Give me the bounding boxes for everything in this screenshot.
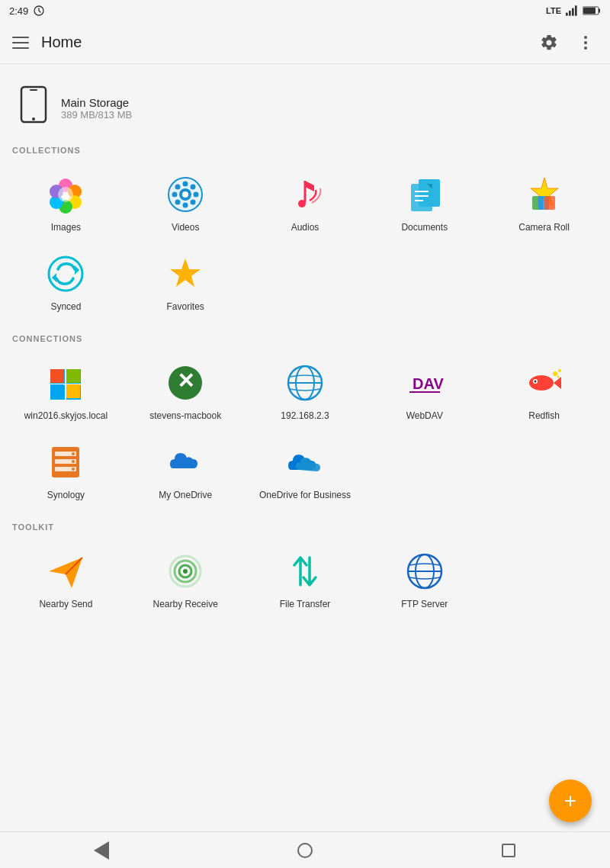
- status-right: LTE: [546, 5, 601, 16]
- svg-point-68: [558, 369, 561, 372]
- file-transfer-label: File Transfer: [280, 599, 331, 611]
- audios-icon: [284, 173, 326, 216]
- mac-icon: ✕: [164, 362, 207, 404]
- lte-label: LTE: [546, 6, 561, 15]
- gear-icon: [540, 34, 558, 52]
- onedrive-biz-label: OneDrive for Business: [259, 490, 351, 502]
- collections-item-images[interactable]: Images: [6, 164, 126, 243]
- favorites-label: Favorites: [167, 301, 204, 313]
- nearby-send-icon: [44, 550, 87, 593]
- toolkit-item-file-transfer[interactable]: File Transfer: [246, 541, 365, 620]
- ftp-server-label: FTP Server: [401, 599, 448, 611]
- svg-point-10: [584, 47, 587, 50]
- toolkit-item-nearby-receive[interactable]: Nearby Receive: [126, 541, 246, 620]
- connections-label: CONNECTIONS: [0, 328, 610, 346]
- images-label: Images: [51, 222, 81, 234]
- more-options-button[interactable]: [573, 31, 598, 55]
- svg-point-76: [72, 468, 75, 471]
- battery-icon: [583, 6, 601, 15]
- connection-item-redfish[interactable]: Redfish: [484, 352, 604, 432]
- menu-button[interactable]: [12, 37, 29, 49]
- file-transfer-icon: [284, 550, 326, 593]
- win2016-label: win2016.skyjos.local: [24, 410, 108, 423]
- svg-point-33: [298, 200, 306, 207]
- svg-point-74: [72, 452, 75, 455]
- svg-marker-46: [52, 273, 56, 282]
- storage-section[interactable]: Main Storage 389 MB/813 MB: [0, 76, 610, 140]
- phone-icon: [18, 85, 49, 124]
- toolkit-item-ftp-server[interactable]: FTP Server: [364, 541, 484, 620]
- connection-item-onedrive-biz[interactable]: OneDrive for Business: [246, 432, 365, 511]
- connection-item-win2016[interactable]: win2016.skyjos.local: [6, 352, 126, 432]
- documents-icon: [403, 173, 446, 216]
- camera-roll-icon: [523, 173, 566, 216]
- svg-point-28: [194, 192, 199, 198]
- vertical-dots-icon: [576, 34, 595, 52]
- connection-item-synology[interactable]: Synology: [6, 432, 126, 511]
- back-icon: [94, 841, 109, 860]
- svg-point-24: [182, 191, 188, 198]
- toolkit-label: TOOLKIT: [0, 516, 610, 535]
- videos-label: Videos: [172, 222, 199, 234]
- svg-rect-43: [544, 196, 555, 210]
- collections-label: COLLECTIONS: [0, 140, 610, 158]
- collections-item-synced[interactable]: Synced: [6, 243, 126, 323]
- add-icon: +: [564, 789, 576, 813]
- app-bar-actions: [537, 31, 598, 55]
- storage-name: Main Storage: [61, 96, 132, 109]
- collections-item-camera-roll[interactable]: Camera Roll: [484, 164, 604, 243]
- synced-label: Synced: [50, 301, 81, 313]
- status-bar: 2:49 LTE: [0, 0, 610, 21]
- home-button[interactable]: [290, 835, 320, 866]
- redfish-label: Redfish: [528, 410, 560, 423]
- collections-item-audios[interactable]: Audios: [246, 164, 365, 243]
- windows-icon: [44, 362, 87, 404]
- svg-point-31: [191, 185, 196, 190]
- svg-point-66: [534, 381, 536, 383]
- time-display: 2:49: [9, 5, 28, 17]
- collections-item-favorites[interactable]: Favorites: [126, 243, 246, 323]
- collections-item-documents[interactable]: Documents: [364, 164, 484, 243]
- svg-point-69: [557, 376, 559, 378]
- main-content: Main Storage 389 MB/813 MB COLLECTIONS I: [0, 64, 610, 702]
- toolkit-item-nearby-send[interactable]: Nearby Send: [6, 541, 126, 620]
- connection-item-onedrive[interactable]: My OneDrive: [126, 432, 246, 511]
- svg-rect-4: [575, 5, 577, 15]
- svg-rect-35: [411, 184, 432, 211]
- svg-marker-47: [170, 259, 201, 287]
- onedrive-label: My OneDrive: [159, 490, 212, 502]
- toolkit-grid: Nearby Send Nearby Receive: [0, 535, 610, 626]
- svg-point-20: [58, 187, 73, 202]
- connection-item-webdav[interactable]: DAV WebDAV: [364, 352, 484, 432]
- onedrive-icon: [164, 441, 207, 484]
- svg-point-25: [183, 182, 188, 187]
- svg-rect-52: [50, 369, 64, 383]
- collections-item-videos[interactable]: Videos: [126, 164, 246, 243]
- bottom-navigation: [0, 831, 610, 868]
- svg-rect-7: [583, 8, 596, 14]
- signal-icon: [566, 5, 578, 16]
- add-button[interactable]: +: [549, 780, 592, 822]
- nearby-receive-label: Nearby Receive: [153, 599, 218, 611]
- ip-label: 192.168.2.3: [281, 410, 329, 423]
- svg-rect-3: [572, 8, 574, 16]
- svg-point-26: [183, 203, 188, 208]
- svg-point-29: [175, 185, 181, 190]
- back-button[interactable]: [86, 835, 117, 866]
- svg-point-9: [584, 41, 587, 44]
- recents-icon: [502, 844, 515, 857]
- audios-label: Audios: [291, 222, 319, 234]
- connection-item-macbook[interactable]: ✕ stevens-macbook: [126, 352, 246, 432]
- svg-point-67: [553, 371, 557, 376]
- connection-item-ip[interactable]: 192.168.2.3: [246, 352, 365, 432]
- recents-button[interactable]: [493, 835, 524, 866]
- collections-grid: Images: [0, 158, 610, 328]
- macbook-label: stevens-macbook: [149, 410, 221, 423]
- svg-rect-55: [66, 384, 80, 398]
- svg-text:DAV: DAV: [413, 375, 444, 392]
- svg-point-8: [584, 36, 587, 39]
- svg-point-75: [72, 460, 75, 463]
- settings-button[interactable]: [537, 31, 561, 55]
- webdav-icon: DAV: [403, 362, 446, 404]
- webdav-label: WebDAV: [406, 410, 443, 423]
